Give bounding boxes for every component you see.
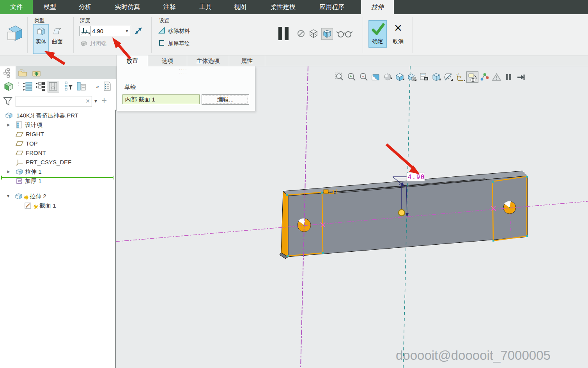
type-solid-button[interactable]: 实体 <box>33 24 49 54</box>
tree-item-part-root[interactable]: 140K牙膏挤压神器.PRT <box>0 111 116 120</box>
navigator-panel: ⋮ <box>0 66 116 368</box>
flip-direction-button[interactable] <box>133 25 144 37</box>
depth-type-button[interactable] <box>79 26 91 36</box>
capped-ends-toggle[interactable]: 封闭端 <box>80 40 106 47</box>
no-preview-button[interactable] <box>296 28 307 40</box>
thicken-sketch-toggle[interactable]: 加厚草绘 <box>158 39 190 47</box>
zoom-in-button[interactable] <box>345 71 358 83</box>
dashboard-panel-tabs: 放置 选项 主体选项 属性 <box>0 55 588 66</box>
pause-button[interactable] <box>277 27 291 41</box>
collapse-arrow-icon[interactable]: ▼ <box>6 192 10 201</box>
tree-column-display-button[interactable] <box>76 81 87 92</box>
tree-item-design-items[interactable]: ▶ 设计项 <box>0 120 116 130</box>
saved-orientations-button[interactable] <box>406 71 418 83</box>
model-tree-tab[interactable] <box>0 66 16 79</box>
ribbon-separator <box>413 17 413 53</box>
dimension-value[interactable]: 4.90 <box>408 174 425 181</box>
tree-search-input[interactable] <box>18 97 82 106</box>
tree-item-label: 拉伸 2 <box>30 192 46 201</box>
zoom-fit-button[interactable] <box>333 71 345 83</box>
wireframe-preview-button[interactable] <box>308 28 320 40</box>
graph-display-button[interactable] <box>478 71 491 83</box>
right-hole[interactable] <box>503 201 516 214</box>
tab-applications[interactable]: 应用程序 <box>313 0 351 14</box>
tab-view[interactable]: 视图 <box>228 0 253 14</box>
depth-value-input[interactable] <box>92 27 122 36</box>
tree-item-label: FRONT <box>26 148 46 158</box>
extrude-dashboard: 类型 实体 曲面 深度 <box>0 14 588 55</box>
panel-tab-properties[interactable]: 属性 <box>229 55 265 66</box>
type-group-label: 类型 <box>34 17 44 24</box>
ok-label: 确定 <box>369 38 386 45</box>
cancel-x-icon: ✕ <box>390 20 407 36</box>
folder-browser-icon <box>18 68 28 78</box>
depth-dropdown-arrow[interactable]: ▼ <box>123 26 131 36</box>
capped-ends-icon <box>80 40 88 47</box>
view-manager-button[interactable] <box>418 71 430 83</box>
tree-item-csys[interactable]: PRT_CSYS_DEF <box>0 158 116 167</box>
panel-tab-body-options[interactable]: 主体选项 <box>187 55 229 66</box>
tree-item-right-plane[interactable]: RIGHT <box>0 130 116 139</box>
add-filter-button[interactable]: + <box>101 95 107 106</box>
verify-glasses-button[interactable] <box>336 28 353 40</box>
simulate-warning-button[interactable] <box>491 71 503 83</box>
tree-item-label: PRT_CSYS_DEF <box>26 158 71 167</box>
clear-search-icon[interactable]: ✕ <box>85 98 90 104</box>
toolbar-separator <box>61 82 61 92</box>
tab-tools[interactable]: 工具 <box>193 0 218 14</box>
tree-item-label: 140K牙膏挤压神器.PRT <box>16 111 78 120</box>
annotation-orientation-button[interactable]: x//z <box>454 71 466 83</box>
tab-annotate[interactable]: 注释 <box>157 0 182 14</box>
tab-live-simulation[interactable]: 实时仿真 <box>109 0 146 14</box>
search-dropdown-arrow[interactable]: ▼ <box>94 99 98 103</box>
shading-style-button[interactable] <box>382 71 394 83</box>
remove-material-toggle[interactable]: 移除材料 <box>158 27 190 35</box>
solid-label: 实体 <box>35 38 46 44</box>
tree-item-top-plane[interactable]: TOP <box>0 139 116 148</box>
tree-columns-button[interactable] <box>48 81 59 92</box>
tree-item-extrude-2[interactable]: ▼ 拉伸 2 <box>0 192 116 201</box>
insert-here-locator[interactable] <box>1 175 113 180</box>
red-arrow-dimension <box>386 144 420 174</box>
model-tree-icon <box>3 68 13 78</box>
tab-flexible-modeling[interactable]: 柔性建模 <box>264 0 302 14</box>
tab-file[interactable]: 文件 <box>0 0 33 14</box>
active-part-icon[interactable] <box>3 81 15 92</box>
tab-extrude-active[interactable]: 拉伸 <box>361 0 394 14</box>
sketch-reference-field[interactable]: 内部 截面 1 <box>122 94 200 104</box>
pause-graphics-button[interactable] <box>503 71 515 83</box>
perspective-button[interactable] <box>430 71 442 83</box>
favorites-icon <box>32 68 42 78</box>
folder-browser-tab[interactable] <box>16 66 30 79</box>
edit-sketch-button[interactable]: 编辑... <box>202 94 249 105</box>
ok-button[interactable]: 确定 <box>368 20 387 48</box>
cancel-button[interactable]: ✕ 取消 <box>390 20 407 48</box>
shaded-preview-button[interactable] <box>321 28 333 40</box>
tree-item-front-plane[interactable]: FRONT <box>0 148 116 158</box>
repaint-button[interactable] <box>370 71 382 83</box>
tree-display-settings-button[interactable] <box>23 81 34 92</box>
tab-analysis[interactable]: 分析 <box>73 0 97 14</box>
expand-arrow-icon[interactable]: ▶ <box>7 120 10 130</box>
display-style-button[interactable] <box>394 71 406 83</box>
ribbon-separator <box>73 17 74 53</box>
pending-feature-star-icon <box>34 203 38 212</box>
settings-file-button[interactable] <box>102 81 114 92</box>
tree-filter-button[interactable] <box>63 81 75 92</box>
toolbar-overflow-button[interactable]: » <box>91 81 103 92</box>
depth-drag-handle[interactable] <box>398 210 405 216</box>
panel-drag-handle[interactable]: ∙∙∙∙∙∙∙∙ <box>179 67 188 75</box>
tree-item-section-1[interactable]: 截面 1 <box>0 201 116 210</box>
zoom-out-button[interactable] <box>358 71 370 83</box>
tree-filters-button[interactable] <box>35 81 47 92</box>
datum-display-button[interactable] <box>442 71 454 83</box>
favorites-tab[interactable] <box>30 66 44 79</box>
show-annotations-button[interactable] <box>466 71 478 83</box>
exit-tool-button[interactable] <box>515 71 527 83</box>
type-surface-button[interactable]: 曲面 <box>50 24 65 54</box>
panel-tab-options[interactable]: 选项 <box>148 55 187 66</box>
tab-model[interactable]: 模型 <box>37 0 62 14</box>
panel-tab-placement[interactable]: 放置 <box>116 55 148 66</box>
capped-ends-label: 封闭端 <box>90 40 106 46</box>
graphics-area[interactable]: x//z <box>116 66 588 368</box>
